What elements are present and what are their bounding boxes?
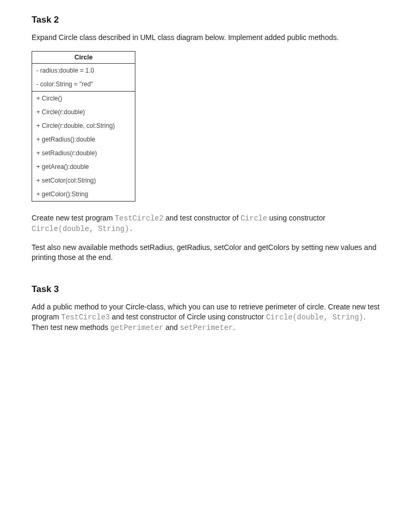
- uml-attribute: - radius:double = 1.0: [32, 64, 135, 77]
- uml-method: + Circle(): [32, 92, 135, 105]
- uml-attribute: - color:String = "red": [32, 77, 135, 91]
- text-run: and test constructor of: [163, 214, 240, 222]
- uml-method: + Circle(r:double, col:String): [32, 119, 135, 133]
- text-run: Create new test program: [32, 214, 115, 222]
- code-text: TestCircle2: [115, 214, 163, 223]
- code-text: setPerimeter: [180, 324, 233, 332]
- uml-class-name: Circle: [32, 52, 135, 64]
- uml-method: + getRadius():double: [32, 133, 135, 146]
- text-run: and test constructor of Circle using con…: [110, 313, 266, 321]
- code-text: Circle(double, String): [266, 313, 363, 322]
- task2-heading: Task 2: [32, 15, 381, 25]
- task2-paragraph-2: Create new test program TestCircle2 and …: [32, 213, 381, 234]
- text-run: using constructor: [267, 214, 326, 222]
- section-spacer: [32, 270, 381, 284]
- uml-method: + setRadius(r:double): [32, 146, 135, 160]
- code-text: Circle: [241, 214, 267, 223]
- task2-intro: Expand Circle class described in UML cla…: [32, 33, 381, 43]
- uml-class-diagram: Circle - radius:double = 1.0 - color:Str…: [32, 51, 135, 202]
- code-text: Circle(double, String).: [32, 225, 133, 233]
- uml-method: + getColor():String: [32, 187, 135, 201]
- uml-method: + Circle(r:double): [32, 105, 135, 119]
- code-text: TestCircle3: [61, 313, 110, 322]
- code-text: getPerimeter: [110, 324, 163, 332]
- task3-paragraph-1: Add a public method to your Circle-class…: [32, 302, 381, 333]
- text-run: .: [233, 323, 235, 332]
- document-page: Task 2 Expand Circle class described in …: [0, 0, 413, 363]
- uml-attributes-section: - radius:double = 1.0 - color:String = "…: [32, 64, 135, 92]
- uml-method: + setColor(col:String): [32, 174, 135, 187]
- text-run: and: [163, 323, 180, 332]
- uml-methods-section: + Circle() + Circle(r:double) + Circle(r…: [32, 92, 135, 201]
- uml-method: + getArea():double: [32, 160, 135, 174]
- task3-heading: Task 3: [32, 284, 381, 295]
- task2-paragraph-3: Test also new available methods setRadiu…: [32, 243, 381, 263]
